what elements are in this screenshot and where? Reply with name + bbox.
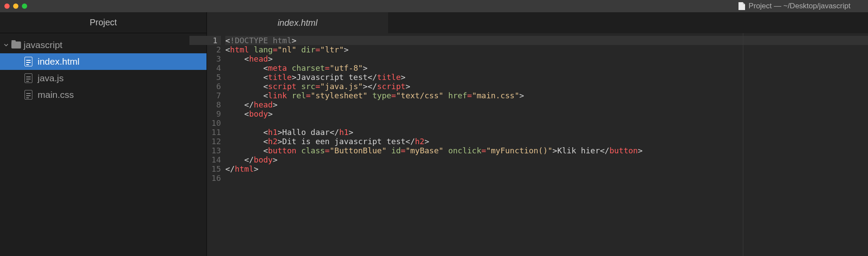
sidebar: Project javascript index.htmljava.jsmain… xyxy=(0,12,207,256)
tree-folder-root[interactable]: javascript xyxy=(0,37,206,53)
tree-file-label: java.js xyxy=(38,73,64,83)
tree-file-item[interactable]: main.css xyxy=(0,86,206,103)
minimize-window-button[interactable] xyxy=(13,3,18,9)
main-area: Project javascript index.htmljava.jsmain… xyxy=(0,12,868,256)
tree-file-label: main.css xyxy=(38,90,74,100)
tree-folder-label: javascript xyxy=(24,40,63,50)
editor-area: index.html 12345678910111213141516 <!DOC… xyxy=(207,12,868,256)
chevron-down-icon xyxy=(4,42,9,48)
folder-icon xyxy=(11,42,21,48)
traffic-lights xyxy=(4,3,27,9)
maximize-window-button[interactable] xyxy=(22,3,27,9)
editor-ruler xyxy=(743,33,743,256)
tree-file-label: index.html xyxy=(38,56,80,67)
file-icon xyxy=(738,2,745,10)
code-content[interactable]: <!DOCTYPE html><html lang="nl" dir="ltr"… xyxy=(224,33,868,256)
tree-file-item[interactable]: index.html xyxy=(0,53,206,70)
file-tree: javascript index.htmljava.jsmain.css xyxy=(0,33,206,103)
window-title: Project — ~/Desktop/javascript xyxy=(738,2,850,10)
file-icon xyxy=(24,73,32,83)
tree-file-item[interactable]: java.js xyxy=(0,70,206,86)
sidebar-title: Project xyxy=(0,12,206,33)
line-number-gutter: 12345678910111213141516 xyxy=(207,33,224,256)
close-window-button[interactable] xyxy=(4,3,10,9)
code-editor[interactable]: 12345678910111213141516 <!DOCTYPE html><… xyxy=(207,33,868,256)
window-title-text: Project — ~/Desktop/javascript xyxy=(749,2,850,10)
file-icon xyxy=(24,90,32,100)
tab-label: index.html xyxy=(277,18,317,28)
file-icon xyxy=(24,57,32,66)
tab-active[interactable]: index.html xyxy=(207,12,388,33)
tabs: index.html xyxy=(207,12,868,33)
titlebar: Project — ~/Desktop/javascript xyxy=(0,0,868,12)
